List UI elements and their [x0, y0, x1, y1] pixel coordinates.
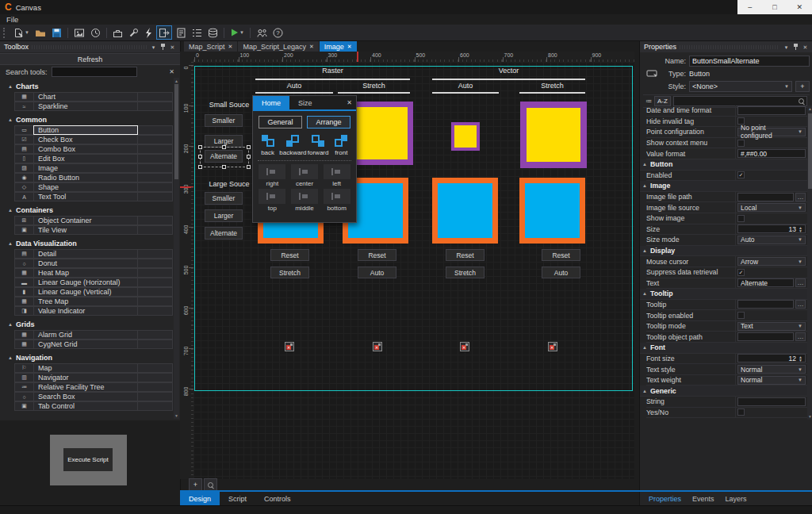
property-category-tooltip[interactable]: ▲Tooltip [640, 289, 807, 300]
close-icon[interactable]: ✕ [169, 44, 176, 50]
align-bottom-button[interactable]: bottom [322, 189, 351, 212]
selection-adorner[interactable] [200, 147, 249, 167]
prop-text-browse-button[interactable]: … [795, 278, 806, 287]
resize-handle[interactable] [247, 165, 251, 169]
chevron-down-icon[interactable]: ▾ [783, 44, 790, 50]
close-button[interactable]: ✕ [787, 0, 812, 14]
tab-properties[interactable]: Properties [644, 495, 686, 503]
toolbox-item-radio-button[interactable]: ◉Radio Button [14, 173, 173, 182]
toolbox-item-map[interactable]: ⚐Map [14, 363, 173, 373]
toolbox-item-value-indicator[interactable]: ◨Value Indicator [14, 306, 173, 316]
resize-handle[interactable] [198, 155, 202, 159]
auto-button-4[interactable]: Auto [542, 267, 580, 278]
report-button[interactable] [174, 26, 188, 39]
missing-image-icon[interactable]: ✕ [285, 342, 294, 351]
tab-events[interactable]: Events [688, 495, 719, 503]
close-icon[interactable]: ✕ [309, 44, 314, 50]
toolbox-button[interactable] [111, 26, 124, 39]
toolbox-item-button[interactable]: ▭Button [14, 125, 173, 135]
save-button[interactable] [50, 26, 63, 39]
toolbox-category-data-visualization[interactable]: ▲Data Visualization [0, 237, 173, 249]
reset-button-1[interactable]: Reset [270, 249, 309, 261]
toolbox-category-navigation[interactable]: ▲Navigation [0, 351, 173, 363]
prop-font-size-stepper[interactable]: 12▲▼ [737, 354, 806, 362]
prop-yes-no-checkbox[interactable] [737, 409, 745, 416]
prop-image-file-source-select[interactable]: Local▼ [737, 203, 806, 212]
image-button[interactable] [72, 26, 86, 39]
toolbox-category-charts[interactable]: ▲Charts [0, 80, 173, 92]
open-folder-button[interactable] [33, 26, 48, 39]
pin-icon[interactable] [793, 44, 799, 51]
property-category-display[interactable]: ▲Display [640, 246, 807, 257]
general-button[interactable]: General [259, 116, 302, 128]
toolbox-scrollbar[interactable]: ▲ ▼ [174, 78, 179, 419]
design-surface[interactable]: Raster Vector AutoStretchAutoStretch Sma… [193, 62, 634, 479]
scroll-up-icon[interactable]: ▲ [174, 79, 179, 83]
toolbox-item-shape[interactable]: ◇Shape [14, 182, 173, 192]
small-souce-smaller-button[interactable]: Smaller [205, 114, 243, 127]
toolbox-item-combo-box[interactable]: ▤Combo Box [14, 144, 173, 154]
run-button[interactable]: ▼ [228, 26, 246, 39]
missing-image-icon[interactable]: ✕ [460, 342, 469, 351]
vector-stretch-image-2[interactable] [519, 178, 585, 244]
dialog-tab-size[interactable]: Size [289, 96, 321, 109]
resize-handle[interactable] [222, 145, 226, 149]
send-forward-button[interactable]: forward [307, 133, 330, 156]
prop-tooltip-object-path-browse-button[interactable]: … [795, 332, 806, 341]
resize-handle[interactable] [247, 145, 251, 149]
close-icon[interactable]: ✕ [343, 96, 356, 109]
zoom-tool-button[interactable] [204, 478, 217, 491]
scrollbar-thumb[interactable] [808, 113, 812, 189]
execute-script-button[interactable]: Execute Script [63, 448, 113, 471]
tab-controls[interactable]: Controls [255, 492, 300, 505]
large-souce-alternate-button[interactable]: Alternate [205, 227, 243, 240]
prop-suppress-data-retrieval-checkbox[interactable]: ✓ [737, 269, 745, 276]
toolbox-item-alarm-grid[interactable]: ▦Alarm Grid [14, 330, 173, 339]
reset-button-3[interactable]: Reset [446, 249, 485, 261]
prop-tooltip-input[interactable] [737, 300, 794, 309]
wrench-button[interactable] [127, 26, 140, 39]
align-middle-button[interactable]: middle [290, 189, 320, 212]
reset-button-2[interactable]: Reset [358, 249, 396, 261]
property-category-font[interactable]: ▲Font [640, 343, 807, 354]
prop-tooltip-browse-button[interactable]: … [795, 300, 806, 309]
toolbox-item-detail[interactable]: ▤Detail [14, 249, 173, 259]
close-icon[interactable]: ✕ [802, 44, 809, 50]
tab-design[interactable]: Design [180, 492, 220, 505]
tab-map-script[interactable]: Map_Script✕ [184, 41, 237, 52]
align-top-button[interactable]: top [258, 189, 287, 212]
close-icon[interactable]: ✕ [347, 44, 352, 50]
prop-mouse-cursor-select[interactable]: Arrow▼ [737, 257, 806, 266]
tab-map-script-legacy[interactable]: Map_Script_Legacy✕ [238, 41, 318, 52]
prop-text-style-select[interactable]: Normal▼ [737, 365, 806, 374]
stretch-button-3[interactable]: Stretch [446, 267, 485, 278]
toolbox-item-linear-gauge-horizontal[interactable]: ▬Linear Gauge (Horizontal) [14, 278, 173, 287]
menu-file[interactable]: File [0, 15, 25, 24]
send-front-button[interactable]: front [330, 133, 353, 156]
toolbox-item-edit-box[interactable]: ▯Edit Box [14, 154, 173, 163]
prop-show-context-menu-checkbox[interactable] [737, 140, 745, 147]
reset-button-4[interactable]: Reset [542, 249, 580, 261]
property-category-generic[interactable]: ▲Generic [640, 386, 807, 397]
align-center-button[interactable]: center [290, 164, 320, 187]
add-style-button[interactable]: + [795, 81, 810, 92]
prop-text-input[interactable]: Alternate [737, 278, 794, 287]
search-tools-input[interactable] [52, 67, 137, 77]
toolbox-item-sparkline[interactable]: ≈Sparkline [14, 102, 173, 111]
resize-handle[interactable] [198, 165, 202, 169]
prop-image-file-path-browse-button[interactable]: … [795, 193, 806, 201]
refresh-button[interactable]: Refresh [0, 53, 180, 65]
auto-button-2[interactable]: Auto [358, 267, 396, 278]
prop-tooltip-enabled-checkbox[interactable] [737, 312, 745, 319]
pan-tool-button[interactable]: + [189, 478, 202, 491]
name-input[interactable]: ButtonSmallAlternate [689, 56, 810, 67]
property-grid-scrollbar[interactable]: ▲ ▼ [807, 105, 812, 420]
toolbox-category-containers[interactable]: ▲Containers [0, 204, 173, 216]
scroll-down-icon[interactable]: ▼ [174, 413, 179, 418]
pin-icon[interactable] [160, 44, 166, 51]
property-category-image[interactable]: ▲Image [640, 181, 807, 192]
prop-tooltip-mode-select[interactable]: Text▼ [737, 322, 806, 331]
dialog-tab-home[interactable]: Home [253, 96, 289, 109]
categorize-icon[interactable]: ≔ [645, 98, 652, 105]
toolbox-item-relative-facility-tree[interactable]: ≔Relative Facility Tree [14, 382, 173, 392]
